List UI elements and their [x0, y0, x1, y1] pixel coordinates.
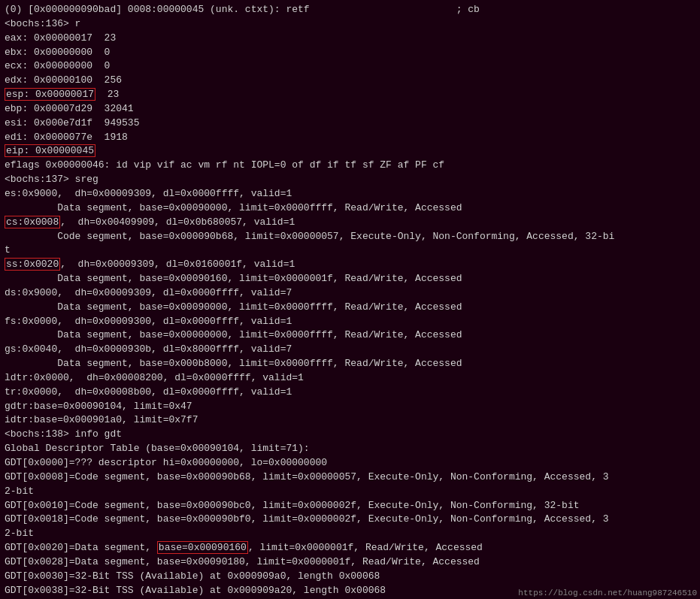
gdt-0020-base-highlight: base=0x00090160 — [157, 541, 248, 554]
line-gdt-0028: GDT[0x0028]=Data segment, base=0x0009018… — [5, 555, 695, 570]
line-tr: tr:0x0000, dh=0x00008b00, dl=0x0000ffff,… — [5, 386, 695, 400]
line-gdt-0000: GDT[0x0000]=??? descriptor hi=0x00000000… — [5, 456, 695, 470]
line-gs: gs:0x0040, dh=0x0000930b, dl=0x8000ffff,… — [5, 343, 695, 357]
line-eax: eax: 0x00000017 23 — [5, 32, 695, 46]
line-fs: fs:0x0000, dh=0x00009300, dl=0x0000ffff,… — [5, 315, 695, 329]
line-eflags: eflags 0x00000046: id vip vif ac vm rf n… — [5, 159, 695, 173]
line-ecx: ecx: 0x00000000 0 — [5, 59, 695, 74]
line-gdt-0010: GDT[0x0010]=Code segment, base=0x000090b… — [5, 499, 695, 513]
line-ebp: ebp: 0x00007d29 32041 — [5, 102, 695, 116]
ss-highlight: ss:0x0020 — [5, 258, 60, 271]
line-ds-desc: Data segment, base=0x00090000, limit=0x0… — [5, 301, 695, 315]
line-sreg-cmd: <bochs:137> sreg — [5, 173, 695, 187]
line-gdt-0018: GDT[0x0018]=Code segment, base=0x000090b… — [5, 513, 695, 527]
terminal: (0) [0x000000090bad] 0008:00000045 (unk.… — [0, 0, 700, 599]
esp-highlight: esp: 0x00000017 — [5, 88, 95, 101]
line-edi: edi: 0x0000077e 1918 — [5, 131, 695, 145]
line-2: <bochs:136> r — [5, 17, 695, 32]
line-gdt-header: Global Descriptor Table (base=0x00090104… — [5, 442, 695, 456]
line-gdt-0008: GDT[0x0008]=Code segment, base=0x000090b… — [5, 470, 695, 485]
line-cs-desc2: t — [5, 244, 695, 258]
line-info-gdt-cmd: <bochs:138> info gdt — [5, 428, 695, 442]
line-ebx: ebx: 0x00000000 0 — [5, 46, 695, 60]
line-ldtr: ldtr:0x0000, dh=0x00008200, dl=0x0000fff… — [5, 371, 695, 386]
line-ss-desc: Data segment, base=0x00090160, limit=0x0… — [5, 272, 695, 286]
line-gdt-0018-cont: 2-bit — [5, 527, 695, 541]
line-es: es:0x9000, dh=0x00009309, dl=0x0000ffff,… — [5, 187, 695, 201]
line-cs: cs:0x0008, dh=0x00409909, dl=0x0b680057,… — [5, 216, 695, 230]
line-eip: eip: 0x00000045 — [5, 144, 695, 159]
line-esi: esi: 0x000e7d1f 949535 — [5, 116, 695, 131]
line-idtr: idtr:base=0x000901a0, limit=0x7f7 — [5, 413, 695, 428]
line-gdt-0020: GDT[0x0020]=Data segment, base=0x0009016… — [5, 541, 695, 555]
cs-highlight: cs:0x0008 — [5, 216, 60, 228]
line-gdt-0030: GDT[0x0030]=32-Bit TSS (Available) at 0x… — [5, 570, 695, 584]
line-gdt-0008-cont: 2-bit — [5, 485, 695, 499]
line-esp: esp: 0x00000017 23 — [5, 88, 695, 102]
eip-highlight: eip: 0x00000045 — [5, 144, 95, 157]
line-1: (0) [0x000000090bad] 0008:00000045 (unk.… — [5, 3, 695, 17]
line-ds: ds:0x9000, dh=0x00009309, dl=0x0000ffff,… — [5, 286, 695, 301]
line-gdtr: gdtr:base=0x00090104, limit=0x47 — [5, 400, 695, 414]
line-edx: edx: 0x00000100 256 — [5, 74, 695, 88]
line-fs-desc: Data segment, base=0x00000000, limit=0x0… — [5, 328, 695, 343]
line-ss: ss:0x0020, dh=0x00009309, dl=0x0160001f,… — [5, 258, 695, 272]
watermark: https://blog.csdn.net/huang987246510 — [518, 588, 697, 597]
line-gs-desc: Data segment, base=0x000b8000, limit=0x0… — [5, 357, 695, 371]
line-es-desc: Data segment, base=0x00090000, limit=0x0… — [5, 201, 695, 216]
line-cs-desc: Code segment, base=0x000090b68, limit=0x… — [5, 230, 695, 244]
